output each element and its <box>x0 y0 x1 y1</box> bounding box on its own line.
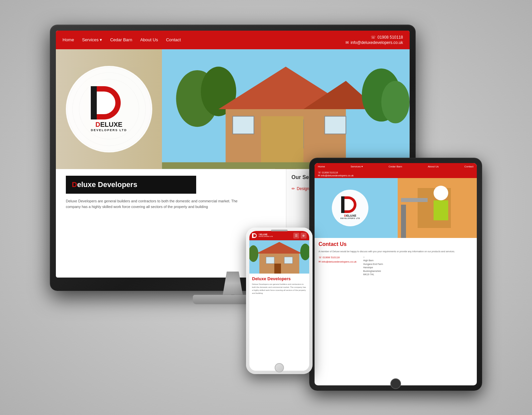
tablet-logo-name: DELUXE <box>344 214 356 217</box>
tablet-address: High Barn Hungara End Farm Hanslope Buck… <box>363 259 383 277</box>
svg-point-20 <box>434 186 448 200</box>
tablet-d-stem <box>341 196 344 213</box>
phone-bezel: DELUXE DEVELOPERS LTD ☰ ⊕ <box>246 228 313 374</box>
tablet-nav-about-us[interactable]: About Us <box>428 165 439 168</box>
nav-home[interactable]: Home <box>63 37 74 42</box>
tablet-logo-d <box>341 196 359 213</box>
tablet-email-bar: ✉ info@deluxedevelopers.co.uk <box>318 174 473 177</box>
tablet-d-inner <box>344 199 354 210</box>
tablet-contact-email: ✉ info@deluxedevelopers.co.uk <box>319 260 356 263</box>
phone-nav-icons: ☰ ⊕ <box>293 233 307 239</box>
email-address: info@deluxedevelopers.co.uk <box>350 40 403 45</box>
phone-logo-d-mini <box>252 233 257 238</box>
tablet-screen: Home Services ▾ Cedar Barn About Us Cont… <box>315 163 477 385</box>
logo-d-stem <box>91 86 97 119</box>
phone: DELUXE DEVELOPERS LTD ☰ ⊕ <box>246 228 313 374</box>
svg-rect-27 <box>266 257 274 264</box>
phone-search-icon[interactable]: ⊕ <box>301 233 307 239</box>
scene: Home Services ▾ Cedar Barn About Us Cont… <box>50 25 482 391</box>
nav-phone: ☏ 01908 510118 <box>371 35 403 40</box>
nav-services[interactable]: Services ▾ <box>82 37 102 42</box>
content-body: Deluxe Developers are general builders a… <box>66 198 252 210</box>
svg-rect-22 <box>401 205 406 238</box>
desktop-nav: Home Services ▾ Cedar Barn About Us Cont… <box>56 31 410 49</box>
tablet-nav-services[interactable]: Services ▾ <box>350 165 363 168</box>
tablet-hero: DELUXE DEVELOPERS LTD <box>315 178 477 238</box>
nav-links: Home Services ▾ Cedar Barn About Us Cont… <box>63 37 181 42</box>
tablet-phone-number: 01908 510118 <box>322 171 338 174</box>
phone-speaker <box>271 230 288 231</box>
nav-contact[interactable]: Contact <box>166 37 181 42</box>
svg-rect-21 <box>434 200 448 220</box>
tablet-phone-bar: ☏ 01908 510118 <box>318 171 473 174</box>
svg-rect-10 <box>261 116 304 166</box>
svg-rect-4 <box>233 116 254 134</box>
phone-menu-icon[interactable]: ☰ <box>293 233 299 239</box>
pencil-icon: ✏ <box>292 186 295 191</box>
svg-rect-5 <box>325 116 346 134</box>
tablet-email-address: info@deluxedevelopers.co.uk <box>321 174 354 177</box>
tablet-contact-phone: ☏ 01908 510118 <box>319 256 356 259</box>
tablet-contact-section: Contact Us A member of Deluxe would be h… <box>315 238 477 280</box>
tablet-contact-title: Contact Us <box>319 241 473 247</box>
tablet-nav-home[interactable]: Home <box>318 165 325 168</box>
phone-icon: ☏ <box>371 35 376 40</box>
desktop-hero: DELUXE DEVELOPERS LTD <box>56 49 410 169</box>
svg-rect-29 <box>274 264 281 274</box>
tablet-nav-contact[interactable]: Contact <box>464 165 473 168</box>
phone-content-title: Deluxe Developers <box>252 276 307 281</box>
tablet-logo-circle: DELUXE DEVELOPERS LTD <box>332 190 368 226</box>
logo-d-shape <box>91 86 127 119</box>
svg-rect-23 <box>401 198 428 202</box>
tablet-phone-icon: ☏ <box>318 171 321 174</box>
tablet-nav-cedar-barn[interactable]: Cedar Barn <box>388 165 402 168</box>
phone-content: Deluxe Developers Deluxe Developers are … <box>249 274 309 371</box>
phone-brand-text: DELUXE DEVELOPERS LTD <box>259 233 273 238</box>
nav-email: ✉ info@deluxedevelopers.co.uk <box>345 40 403 45</box>
phone-logo-mini: DELUXE DEVELOPERS LTD <box>252 233 273 238</box>
nav-contact-info: ☏ 01908 510118 ✉ info@deluxedevelopers.c… <box>345 35 403 45</box>
tablet-logo-sub: DEVELOPERS LTD <box>340 217 360 219</box>
tablet-email-icon: ✉ <box>318 174 320 177</box>
phone-screen: DELUXE DEVELOPERS LTD ☰ ⊕ <box>249 231 309 371</box>
phone-nav: DELUXE DEVELOPERS LTD ☰ ⊕ <box>249 231 309 240</box>
nav-cedar-barn[interactable]: Cedar Barn <box>110 37 132 42</box>
phone-home-button[interactable] <box>275 363 284 372</box>
svg-rect-28 <box>284 257 293 264</box>
tablet-nav: Home Services ▾ Cedar Barn About Us Cont… <box>315 163 477 170</box>
hero-house-image <box>162 49 410 169</box>
email-icon: ✉ <box>345 40 349 45</box>
tablet-home-button[interactable] <box>390 378 401 389</box>
tablet: Home Services ▾ Cedar Barn About Us Cont… <box>309 158 482 391</box>
tablet-contact-bar: ☏ 01908 510118 ✉ info@deluxedevelopers.c… <box>315 170 477 178</box>
nav-about-us[interactable]: About Us <box>140 37 158 42</box>
hero-logo-circle: DELUXE DEVELOPERS LTD <box>66 66 152 152</box>
phone-hero <box>249 240 309 274</box>
content-title-bar: Deluxe Developers <box>66 176 196 194</box>
content-title: Deluxe Developers <box>72 180 190 189</box>
tablet-contact-desc: A member of Deluxe would be happy to dis… <box>319 250 473 254</box>
phone-body-text: Deluxe Developers are general builders a… <box>252 283 307 295</box>
phone-number: 01908 510118 <box>377 35 403 40</box>
tablet-address-icon: ○ <box>363 256 383 258</box>
tablet-bezel: Home Services ▾ Cedar Barn About Us Cont… <box>309 158 482 391</box>
svg-point-12 <box>381 81 410 123</box>
